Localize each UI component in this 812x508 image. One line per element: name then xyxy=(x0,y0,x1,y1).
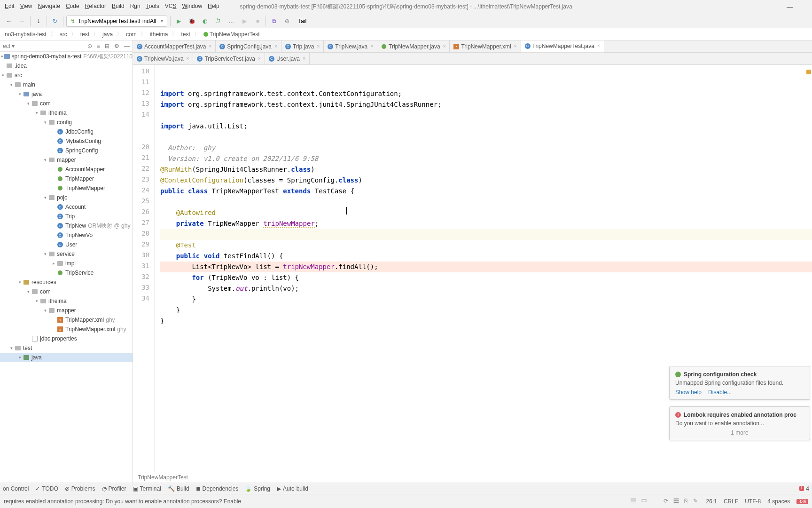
tool-autobuild[interactable]: ▶ Auto-build xyxy=(277,485,308,492)
vcs-update-icon[interactable]: ⤓ xyxy=(33,16,44,26)
tree-item[interactable]: ▾spring-demo03-mybatis-testF:\66\框架\2022… xyxy=(0,52,133,61)
editor-tab[interactable]: CTrip.java× xyxy=(281,40,324,53)
breadcrumb-item[interactable]: test xyxy=(180,31,191,38)
tree-item[interactable]: CSpringConfig xyxy=(0,146,133,155)
tree-item[interactable]: ▾service xyxy=(0,249,133,259)
tree-item[interactable]: TripService xyxy=(0,268,133,278)
project-view-selector[interactable]: ect ▾ xyxy=(3,43,15,49)
tree-item[interactable]: ▾main xyxy=(0,80,133,89)
tree-item[interactable]: ▾mapper xyxy=(0,155,133,165)
menu-edit[interactable]: Edit xyxy=(3,2,16,10)
attach-button[interactable]: … xyxy=(226,16,236,26)
tree-item[interactable]: ▾itheima xyxy=(0,108,133,118)
editor-tab[interactable]: CTripNewMapperTest.java× xyxy=(521,40,604,53)
tree-item[interactable]: CTripNewVo xyxy=(0,230,133,240)
file-encoding[interactable]: UTF-8 xyxy=(745,498,761,505)
breadcrumb-item[interactable]: no3-mybatis-test xyxy=(4,31,47,38)
tree-item[interactable]: ▾src xyxy=(0,71,133,80)
tool-dependencies[interactable]: ≣ Dependencies xyxy=(196,485,239,492)
minimize-icon[interactable]: — xyxy=(787,3,793,10)
collapse-all-icon[interactable]: ⊟ xyxy=(105,43,109,49)
gutter[interactable]: 1011121314▶2021▶222324252627▶28293031323… xyxy=(133,65,155,472)
tree-item[interactable]: ▾com xyxy=(0,99,133,108)
menu-tools[interactable]: Tools xyxy=(144,2,161,10)
coverage-button[interactable]: ◐ xyxy=(200,16,210,26)
tool-spring[interactable]: 🍃 Spring xyxy=(245,485,270,492)
editor-tab[interactable]: CTripServiceTest.java× xyxy=(193,53,265,65)
reload-icon[interactable]: ↻ xyxy=(50,16,60,26)
tree-item[interactable]: TripMapper xyxy=(0,174,133,183)
tree-item[interactable]: CMybatisConfig xyxy=(0,136,133,146)
tool-problems[interactable]: ⊘ Problems xyxy=(65,485,95,492)
editor-tab[interactable]: CAccountMapperTest.java× xyxy=(133,40,216,53)
tree-item[interactable]: ▾config xyxy=(0,118,133,127)
editor-tab[interactable]: TripNewMapper.java× xyxy=(377,40,450,53)
menu-view[interactable]: View xyxy=(18,2,34,10)
close-icon[interactable]: × xyxy=(209,44,211,49)
stop-process-icon[interactable]: ⊘ xyxy=(282,16,292,26)
run-button[interactable]: ▶ xyxy=(173,16,184,26)
editor-tab[interactable]: CUser.java× xyxy=(265,53,310,65)
warning-mark-icon[interactable] xyxy=(806,70,811,74)
tree-item[interactable]: ▾test xyxy=(0,343,133,353)
tree-item[interactable]: ▾mapper xyxy=(0,306,133,315)
tree-item[interactable]: ▾resources xyxy=(0,278,133,287)
tool-build[interactable]: 🔨 Build xyxy=(168,485,189,492)
tree-item[interactable]: CTripNewORM映射 @ ghy xyxy=(0,221,133,230)
editor-breadcrumb[interactable]: TripNewMapperTest xyxy=(133,472,812,483)
close-icon[interactable]: × xyxy=(258,56,261,61)
expand-all-icon[interactable]: ≡ xyxy=(97,43,100,49)
tree-item[interactable]: ▾itheima xyxy=(0,296,133,306)
tree-item[interactable]: CTrip xyxy=(0,212,133,221)
close-icon[interactable]: × xyxy=(187,56,189,61)
editor-tab[interactable]: CTripNew.java× xyxy=(324,40,377,53)
tree-item[interactable]: ▸impl xyxy=(0,259,133,268)
close-icon[interactable]: × xyxy=(274,44,277,49)
tree-item[interactable]: CUser xyxy=(0,240,133,249)
editor-tab[interactable]: CTripNewVo.java× xyxy=(133,53,193,65)
caret-position[interactable]: 26:1 xyxy=(706,498,717,505)
tree-item[interactable]: ▾pojo xyxy=(0,193,133,202)
editor-tab[interactable]: CSpringConfig.java× xyxy=(216,40,281,53)
menu-code[interactable]: Code xyxy=(64,2,81,10)
tree-item[interactable]: AccountMapper xyxy=(0,165,133,174)
project-tree[interactable]: ▾spring-demo03-mybatis-testF:\66\框架\2022… xyxy=(0,52,133,483)
memory-indicator[interactable]: 339 xyxy=(796,498,808,505)
tree-item[interactable]: .idea xyxy=(0,61,133,71)
profile-button[interactable]: ⏱ xyxy=(213,16,223,26)
notif-show-help[interactable]: Show help xyxy=(675,389,702,396)
menu-build[interactable]: Build xyxy=(110,2,126,10)
tree-item[interactable]: jdbc.properties xyxy=(0,334,133,343)
menu-window[interactable]: Window xyxy=(180,2,204,10)
close-icon[interactable]: × xyxy=(597,43,600,48)
menu-refactor[interactable]: Refactor xyxy=(83,2,108,10)
stop-button[interactable]: ■ xyxy=(252,16,263,26)
tool-version-control[interactable]: on Control xyxy=(3,485,29,492)
nav-forward-icon[interactable]: → xyxy=(17,16,27,26)
menu-navigate[interactable]: Navigate xyxy=(36,2,62,10)
breadcrumb-item[interactable]: java xyxy=(102,31,114,38)
close-icon[interactable]: × xyxy=(514,44,517,49)
tree-item[interactable]: ▾com xyxy=(0,287,133,296)
tree-item[interactable]: CJdbcConfig xyxy=(0,127,133,136)
breadcrumb-item[interactable]: itheima xyxy=(149,31,169,38)
tree-item[interactable]: CAccount xyxy=(0,202,133,212)
tree-item[interactable]: xTripNewMapper.xmlghy xyxy=(0,325,133,334)
tool-terminal[interactable]: ▣ Terminal xyxy=(133,485,161,492)
notif-more[interactable]: 1 more xyxy=(675,429,804,436)
breadcrumb-item[interactable]: TripNewMapperTest xyxy=(203,31,261,38)
breadcrumb-item[interactable]: test xyxy=(79,31,90,38)
menu-help[interactable]: Help xyxy=(206,2,221,10)
run-config-selector[interactable]: ↯ TripNewMapperTest.testFindAll ▾ xyxy=(66,16,167,27)
close-icon[interactable]: × xyxy=(443,44,446,49)
tree-item[interactable]: TripNewMapper xyxy=(0,183,133,193)
close-icon[interactable]: × xyxy=(370,44,373,49)
ide-icons[interactable]: ▤ 中 ゟ ⟳ ☰ ⎘ ✎ xyxy=(631,497,700,505)
hide-icon[interactable]: — xyxy=(124,43,130,49)
tree-item[interactable]: ▾java xyxy=(0,89,133,99)
breadcrumb-item[interactable]: src xyxy=(59,31,68,38)
tree-item[interactable]: ▾java xyxy=(0,353,133,362)
notification-lombok[interactable]: !Lombok requires enabled annotation proc… xyxy=(669,406,810,440)
indent-setting[interactable]: 4 spaces xyxy=(767,498,790,505)
menu-vcs[interactable]: VCS xyxy=(163,2,179,10)
